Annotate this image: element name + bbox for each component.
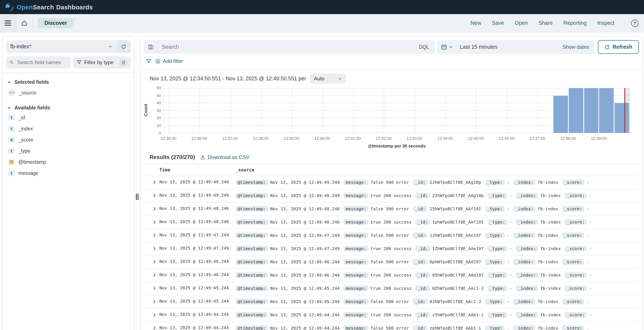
field-value: zphWfpoBClf8E_AAb1-i — [430, 326, 481, 330]
expand-row-button[interactable] — [152, 232, 160, 238]
histogram-bar[interactable] — [568, 88, 583, 133]
fields-toolbar: Filter by type 0 — [6, 56, 131, 68]
field-value: - — [507, 180, 510, 185]
nav-action-inspect[interactable]: Inspect — [597, 20, 614, 26]
results-table: Time _source Nov 13, 2025 @ 12:49:49.249… — [144, 164, 639, 330]
x-gridline — [384, 88, 384, 133]
chevron-down-icon — [104, 44, 117, 49]
breadcrumb[interactable]: Discover — [38, 18, 76, 28]
field-badge: _score: — [562, 232, 584, 238]
x-axis-title: @timestamp per 30 seconds — [164, 144, 630, 148]
expand-row-button[interactable] — [152, 180, 160, 185]
index-pattern-select[interactable]: fb-index* — [6, 40, 131, 53]
histogram-bar[interactable] — [553, 96, 568, 133]
expand-row-button[interactable] — [152, 325, 160, 330]
field-item-_source[interactable]: </>_source — [6, 86, 131, 99]
column-header-source[interactable]: _source — [236, 167, 639, 172]
time-range-value[interactable]: Last 15 minutes — [460, 44, 498, 50]
navbar: Discover NewSaveOpenShareReportingInspec… — [0, 14, 644, 32]
field-item-_index[interactable]: t_index — [6, 123, 131, 134]
help-button[interactable]: ? — [631, 20, 638, 27]
table-row: Nov 13, 2025 @ 12:49:44.244@timestamp:No… — [144, 322, 639, 330]
field-badge: _id: — [413, 180, 428, 185]
table-body: Nov 13, 2025 @ 12:49:49.249@timestamp:No… — [144, 176, 639, 330]
field-badge: @timestamp: — [236, 246, 268, 251]
nav-action-share[interactable]: Share — [538, 20, 553, 26]
column-header-time[interactable]: Time — [160, 167, 236, 172]
index-pattern-value: fb-index* — [6, 44, 104, 50]
home-button[interactable] — [21, 20, 28, 26]
field-value: 0JhWfpoBClf8E_AAc1-J — [430, 299, 481, 304]
string-field-icon: t — [8, 114, 15, 120]
nav-action-reporting[interactable]: Reporting — [564, 20, 586, 26]
field-badge: _index: — [516, 272, 538, 278]
download-csv-button[interactable]: Download as CSV — [200, 154, 249, 160]
field-item-_score[interactable]: #_score — [6, 134, 131, 145]
row-time: Nov 13, 2025 @ 12:49:45.244 — [160, 299, 236, 304]
chevron-down-icon — [7, 105, 12, 110]
field-value: 1JhWfpoBClf8E_AAe19f — [430, 233, 481, 238]
field-item-message[interactable]: tmessage — [6, 168, 131, 179]
x-gridline — [445, 88, 446, 133]
expand-row-button[interactable] — [152, 219, 160, 224]
row-time: Nov 13, 2025 @ 12:49:44.244 — [160, 325, 236, 330]
table-row: Nov 13, 2025 @ 12:49:48.246@timestamp:No… — [144, 216, 639, 229]
menu-button[interactable] — [0, 14, 16, 32]
field-badge: _id: — [413, 299, 428, 304]
field-value: Nov 13, 2025 @ 12:49:46.244 — [270, 260, 340, 264]
query-language-button[interactable]: DQL — [414, 44, 434, 50]
refresh-index-button[interactable] — [117, 40, 131, 53]
field-badge: _score: — [565, 193, 587, 198]
table-row: Nov 13, 2025 @ 12:49:45.244@timestamp:No… — [144, 296, 639, 309]
quick-select-button[interactable] — [437, 40, 457, 54]
selected-fields-header[interactable]: Selected fields — [6, 79, 131, 86]
row-source: @timestamp:Nov 13, 2025 @ 12:49:49.249me… — [236, 180, 639, 185]
add-filter-button[interactable]: Add filter — [155, 58, 183, 64]
sidebar-resize-handle[interactable] — [136, 194, 138, 200]
interval-select[interactable]: Auto — [310, 74, 346, 84]
field-item-timestamp[interactable]: @timestamp — [6, 156, 131, 168]
expand-row-icon — [152, 312, 157, 317]
field-value: Nov 13, 2025 @ 12:49:48.246 — [270, 206, 340, 211]
show-dates-button[interactable]: Show dates — [562, 44, 594, 50]
x-gridline — [230, 88, 231, 133]
x-tick-label: 12:37:00 — [222, 136, 238, 141]
x-tick-label: 12:45:00 — [468, 136, 484, 141]
field-item-_id[interactable]: t_id — [6, 112, 131, 123]
field-badge: @timestamp: — [236, 286, 268, 291]
saved-query-button[interactable] — [144, 40, 158, 54]
nav-action-new[interactable]: New — [470, 20, 481, 26]
field-badge: _type: — [485, 206, 505, 212]
expand-row-button[interactable] — [152, 286, 160, 291]
field-badge: _score: — [565, 272, 587, 278]
expand-row-icon — [152, 233, 157, 238]
field-badge: message: — [344, 286, 368, 291]
filter-by-type-button[interactable]: Filter by type 0 — [73, 56, 131, 68]
field-search-box[interactable] — [6, 56, 70, 68]
expand-row-button[interactable] — [152, 259, 160, 264]
nav-action-save[interactable]: Save — [492, 20, 504, 26]
nav-action-open[interactable]: Open — [515, 20, 528, 26]
expand-row-button[interactable] — [152, 272, 160, 278]
search-input[interactable] — [158, 44, 414, 50]
field-item-_type[interactable]: t_type — [6, 145, 131, 156]
y-tick-label: 50 — [144, 94, 161, 98]
x-gridline — [292, 88, 292, 133]
expand-row-button[interactable] — [152, 312, 160, 317]
field-value: false 500 error — [370, 180, 409, 185]
histogram-bar[interactable] — [599, 88, 614, 133]
row-source: @timestamp:Nov 13, 2025 @ 12:49:45.244me… — [236, 299, 639, 304]
refresh-button[interactable]: Refresh — [598, 40, 639, 54]
expand-row-button[interactable] — [152, 246, 160, 251]
field-search-input[interactable] — [16, 59, 67, 66]
available-fields-header[interactable]: Available fields — [6, 104, 131, 111]
field-value: - — [510, 220, 512, 224]
histogram-bar[interactable] — [584, 88, 598, 133]
field-value: - — [586, 299, 589, 304]
field-name: _source — [19, 90, 36, 95]
expand-row-button[interactable] — [152, 206, 160, 211]
filter-icon[interactable] — [146, 58, 151, 64]
row-time: Nov 13, 2025 @ 12:49:48.246 — [160, 206, 236, 211]
expand-row-button[interactable] — [152, 299, 160, 304]
expand-row-button[interactable] — [152, 193, 160, 198]
